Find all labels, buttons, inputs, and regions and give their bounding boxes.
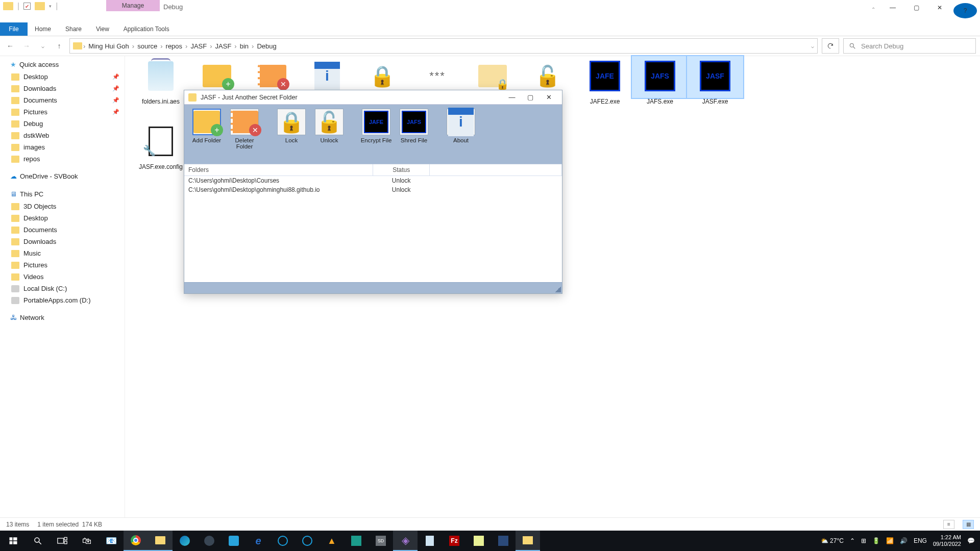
jasf-folder-list[interactable]: Folders Status C:\Users\gohmi\Desktop\Co…	[184, 164, 562, 282]
minimize-button[interactable]: —	[881, 0, 904, 15]
taskbar-app[interactable]: ▲	[320, 531, 344, 551]
jasf-toolbar-button[interactable]: 🔒Lock	[274, 109, 309, 143]
nav-item[interactable]: Documents	[0, 224, 125, 236]
jasf-minimize-button[interactable]: —	[503, 93, 521, 101]
file-item[interactable]: JAFEJAFE2.exe	[577, 56, 633, 105]
tray-clock[interactable]: 1:22 AM 09/10/2022	[933, 534, 961, 547]
taskbar-app-edge[interactable]	[173, 531, 197, 551]
nav-group-quick-access[interactable]: ★ Quick access	[0, 58, 125, 71]
refresh-button[interactable]	[822, 38, 839, 54]
jasf-toolbar-button[interactable]: +Add Folder	[189, 109, 224, 143]
maximize-button[interactable]: ▢	[904, 0, 928, 15]
jasf-list-row[interactable]: C:\Users\gohmi\Desktop\CoursesUnlock	[184, 176, 562, 186]
nav-item[interactable]: Desktop	[0, 212, 125, 224]
nav-item[interactable]: Debug	[0, 118, 125, 130]
file-item[interactable]: JAFSJAFS.exe	[632, 56, 688, 105]
nav-group-network[interactable]: 🖧 Network	[0, 311, 125, 324]
ribbon-tab-home[interactable]: Home	[28, 22, 58, 36]
nav-item[interactable]: Videos	[0, 271, 125, 283]
resize-grip-icon[interactable]	[555, 286, 561, 292]
nav-group-onedrive[interactable]: ☁ OneDrive - SVBook	[0, 170, 125, 183]
nav-item[interactable]: Downloads📌	[0, 83, 125, 94]
notifications-icon[interactable]: 💬	[967, 537, 975, 544]
breadcrumb[interactable]: Ming Hui Goh	[86, 42, 131, 50]
jasf-col-folders[interactable]: Folders	[184, 164, 373, 176]
jasf-col-status[interactable]: Status	[373, 164, 430, 176]
jasf-maximize-button[interactable]: ▢	[521, 93, 540, 101]
jasf-toolbar-button[interactable]: 🔓Unlock	[312, 109, 347, 143]
nav-item[interactable]: Documents📌	[0, 94, 125, 106]
qat-dropdown-icon[interactable]: ▾	[49, 4, 52, 9]
taskbar-app-filezilla[interactable]: Fz	[442, 531, 467, 551]
taskbar-app[interactable]	[344, 531, 369, 551]
taskbar-app-vs[interactable]: ◈	[393, 531, 418, 551]
ribbon-context-tab-manage[interactable]: Manage	[106, 0, 160, 11]
jasf-toolbar-button[interactable]: iAbout	[444, 109, 478, 143]
taskbar-app[interactable]: SD	[369, 531, 393, 551]
breadcrumb[interactable]: bin	[238, 42, 251, 50]
nav-item[interactable]: Local Disk (C:)	[0, 283, 125, 294]
jasf-close-button[interactable]: ✕	[540, 93, 558, 101]
ribbon-tab-share[interactable]: Share	[58, 22, 89, 36]
address-bar[interactable]: › Ming Hui Goh› source› repos› JASF› JAS…	[69, 38, 818, 54]
nav-back-button[interactable]: ←	[4, 40, 16, 52]
taskbar-app-chrome[interactable]	[124, 531, 148, 551]
taskbar-app[interactable]	[491, 531, 516, 551]
ribbon-tab-app-tools[interactable]: Application Tools	[116, 22, 177, 36]
nav-item[interactable]: 3D Objects	[0, 201, 125, 212]
file-item[interactable]: 🔧JASF.exe.config	[133, 121, 189, 170]
taskbar-app[interactable]: 📧	[99, 531, 124, 551]
taskbar-app[interactable]	[197, 531, 222, 551]
taskbar-app[interactable]	[467, 531, 491, 551]
weather-widget[interactable]: ⛅ 27°C	[821, 537, 844, 544]
taskbar-app[interactable]	[222, 531, 246, 551]
breadcrumb[interactable]: JASF	[213, 42, 234, 50]
nav-item[interactable]: repos	[0, 153, 125, 165]
file-item[interactable]: folders.ini.aes	[133, 56, 189, 105]
breadcrumb[interactable]: JASF	[188, 42, 209, 50]
taskbar-app-explorer[interactable]	[148, 531, 173, 551]
nav-item[interactable]: Desktop📌	[0, 71, 125, 83]
checkbox-icon[interactable]: ✔	[23, 3, 31, 10]
wifi-icon[interactable]: 📶	[886, 537, 894, 544]
taskbar-app[interactable]	[295, 531, 320, 551]
nav-item[interactable]: Downloads	[0, 236, 125, 247]
nav-item[interactable]: Music	[0, 247, 125, 259]
tray-overflow-icon[interactable]: ⌃	[850, 537, 855, 544]
jasf-list-row[interactable]: C:\Users\gohmi\Desktop\gohminghui88.gith…	[184, 185, 562, 194]
taskbar-app-notepad[interactable]	[418, 531, 442, 551]
nav-history-dropdown[interactable]: ⌵	[37, 40, 49, 52]
view-details-button[interactable]: ≡	[943, 520, 954, 529]
ribbon-tab-view[interactable]: View	[89, 22, 116, 36]
breadcrumb[interactable]: source	[135, 42, 159, 50]
ribbon-tab-file[interactable]: File	[0, 22, 28, 36]
nav-item[interactable]: Pictures	[0, 259, 125, 271]
navigation-pane[interactable]: ★ Quick access Desktop📌Downloads📌Documen…	[0, 56, 125, 517]
nav-item[interactable]: Pictures📌	[0, 106, 125, 118]
taskbar-search-button[interactable]	[26, 531, 50, 551]
breadcrumb[interactable]: repos	[164, 42, 185, 50]
task-view-button[interactable]	[50, 531, 75, 551]
language-indicator[interactable]: ENG	[914, 537, 927, 544]
taskbar-app-jasf[interactable]	[516, 531, 540, 551]
help-icon[interactable]: ?	[953, 3, 977, 18]
close-button[interactable]: ✕	[928, 0, 951, 15]
nav-group-this-pc[interactable]: 🖥 This PC	[0, 188, 125, 201]
file-item[interactable]: JASFJASF.exe	[687, 56, 743, 105]
volume-icon[interactable]: 🔊	[900, 537, 908, 544]
battery-icon[interactable]: 🔋	[872, 537, 880, 544]
nav-item[interactable]: PortableApps.com (D:)	[0, 294, 125, 306]
search-input[interactable]: Search Debug	[843, 38, 976, 54]
jasf-titlebar[interactable]: JASF - Just Another Secret Folder — ▢ ✕	[184, 90, 562, 105]
nav-up-button[interactable]: ↑	[53, 40, 65, 52]
jasf-toolbar-button[interactable]: JAFEEncrypt File	[359, 109, 394, 143]
taskbar-app[interactable]: 🛍	[75, 531, 99, 551]
breadcrumb[interactable]: Debug	[255, 42, 278, 50]
address-dropdown-icon[interactable]: ⌵	[811, 43, 814, 49]
taskbar-app[interactable]	[271, 531, 295, 551]
tray-icon[interactable]: ⊞	[861, 537, 866, 544]
nav-forward-button[interactable]: →	[20, 40, 33, 52]
taskbar-app-ie[interactable]: e	[246, 531, 271, 551]
start-button[interactable]	[1, 531, 26, 551]
jasf-toolbar-button[interactable]: JAFSShred File	[397, 109, 431, 143]
